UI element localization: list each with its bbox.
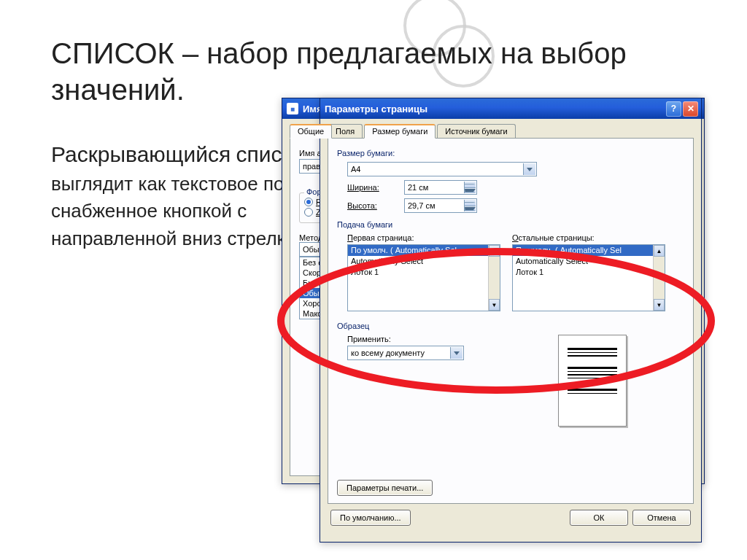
- section-sample: Образец: [337, 322, 684, 330]
- list-item[interactable]: Лоток 1: [513, 267, 665, 278]
- scroll-up-icon[interactable]: ▲: [654, 245, 665, 257]
- list-item[interactable]: По умолч. ( Automatically Sel: [348, 245, 500, 256]
- scroll-up-icon[interactable]: ▲: [489, 245, 500, 257]
- chevron-down-icon[interactable]: [450, 347, 462, 359]
- close-button[interactable]: ✕: [683, 101, 698, 117]
- scroll-down-icon[interactable]: ▼: [654, 299, 665, 311]
- other-pages-list[interactable]: По умолч. ( Automatically Sel Automatica…: [512, 244, 665, 311]
- spinner-down-icon[interactable]: [464, 188, 476, 194]
- list-item[interactable]: Automatically Select: [513, 256, 665, 267]
- lead-word-1: Раскрывающийся: [51, 142, 231, 166]
- apply-label: Применить:: [347, 335, 464, 343]
- spinner-down-icon[interactable]: [464, 206, 476, 212]
- slide-heading: СПИСОК – набор предлагаемых на выбор зна…: [51, 35, 725, 108]
- page-preview: [558, 335, 627, 427]
- cancel-button[interactable]: Отмена: [632, 510, 691, 526]
- apply-dropdown[interactable]: ко всему документу: [347, 346, 464, 360]
- width-value: 21 см: [408, 183, 428, 192]
- tab-paper-source[interactable]: Источник бумаги: [437, 124, 515, 139]
- section-paper-size: Размер бумаги:: [337, 149, 684, 158]
- radio-2[interactable]: [304, 208, 313, 217]
- paper-size-value: A4: [351, 165, 360, 174]
- tabs: Поля Размер бумаги Источник бумаги: [328, 123, 694, 138]
- spinner-up-icon[interactable]: [464, 200, 476, 206]
- window-title: Параметры страницы: [325, 104, 427, 114]
- scroll-down-icon[interactable]: ▼: [489, 299, 500, 311]
- print-params-button[interactable]: Параметры печати...: [337, 480, 433, 496]
- list-item[interactable]: По умолч. ( Automatically Sel: [513, 245, 665, 256]
- list-item[interactable]: Automatically Select: [348, 256, 500, 267]
- tab-fields[interactable]: Поля: [328, 124, 363, 139]
- help-button[interactable]: ?: [666, 101, 681, 117]
- window-page-setup: Параметры страницы ? ✕ Поля Размер бумаг…: [320, 98, 702, 542]
- radio-1[interactable]: [304, 198, 313, 206]
- tab-general[interactable]: Общие: [290, 124, 332, 139]
- default-button[interactable]: По умолчанию...: [330, 510, 411, 526]
- height-label: Высота:: [347, 201, 398, 210]
- app-icon: ■: [287, 103, 298, 114]
- scrollbar[interactable]: ▲ ▼: [653, 245, 665, 311]
- width-spinner[interactable]: 21 см: [404, 180, 477, 195]
- ok-button[interactable]: ОК: [570, 510, 628, 526]
- apply-value: ко всему документу: [351, 349, 425, 357]
- scrollbar[interactable]: ▲ ▼: [488, 245, 500, 311]
- other-pages-label: Остальные страницы:: [512, 233, 665, 242]
- list-item[interactable]: Лоток 1: [348, 267, 500, 278]
- first-page-list[interactable]: По умолч. ( Automatically Sel Automatica…: [347, 244, 500, 311]
- height-spinner[interactable]: 29,7 см: [404, 198, 477, 213]
- width-label: Ширина:: [347, 183, 398, 192]
- chevron-down-icon[interactable]: [523, 163, 535, 175]
- paper-size-dropdown[interactable]: A4: [347, 162, 537, 176]
- tab-paper-size[interactable]: Размер бумаги: [364, 124, 436, 139]
- first-page-label: Первая страница:: [347, 233, 500, 242]
- section-feed: Подача бумаги: [337, 220, 684, 229]
- spinner-up-icon[interactable]: [464, 182, 476, 188]
- window-titlebar[interactable]: Параметры страницы ? ✕: [320, 98, 701, 119]
- height-value: 29,7 см: [408, 201, 436, 210]
